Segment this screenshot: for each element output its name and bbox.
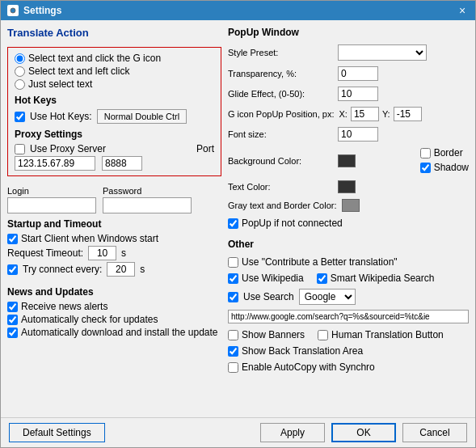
bottom-bar: Default Settings Apply OK Cancel [1, 417, 475, 447]
radio-select-text[interactable] [15, 79, 25, 90]
auto-download-check[interactable] [7, 328, 18, 338]
receive-news-check[interactable] [7, 302, 18, 312]
search-row: Use Search Google [228, 289, 469, 305]
autocopy-row: Enable AutoCopy with Synchro [228, 361, 469, 373]
settings-icon [7, 5, 19, 16]
smart-wikipedia-check[interactable] [317, 273, 327, 284]
request-input[interactable] [88, 246, 116, 260]
show-back-label: Show Back Translation Area [242, 345, 363, 357]
port-input[interactable] [102, 156, 142, 171]
x-input[interactable] [351, 107, 379, 121]
x-label: X: [339, 109, 347, 119]
login-label: Login [7, 186, 96, 196]
use-proxy-check[interactable] [15, 144, 25, 154]
border-check[interactable] [420, 148, 431, 158]
action-buttons: Apply OK Cancel [260, 423, 467, 442]
gray-color-label: Gray text and Border Color: [228, 201, 337, 210]
transparency-input[interactable] [338, 66, 378, 81]
radio-g-icon[interactable] [15, 53, 25, 64]
use-wikipedia-label: Use Wikipedia [242, 273, 304, 284]
shadow-label: Shadow [434, 162, 469, 173]
border-shadow-group: Border Shadow [420, 147, 469, 175]
gray-color-swatch[interactable] [342, 199, 360, 212]
apply-button[interactable]: Apply [260, 423, 325, 442]
use-hotkeys-check[interactable] [15, 112, 25, 122]
radio-option3[interactable]: Just select text [15, 78, 214, 90]
show-banners-check[interactable] [228, 330, 238, 340]
popup-not-connected-check[interactable] [228, 218, 238, 229]
auto-download-label: Automatically download and install the u… [21, 327, 218, 338]
use-search-check[interactable] [228, 292, 238, 302]
y-label: Y: [382, 109, 390, 119]
try-connect-row: Try connect every: s [7, 262, 221, 277]
radio-option2[interactable]: Select text and left click [15, 66, 214, 77]
contribute-row: Use "Contribute a Better translation" [228, 256, 469, 268]
radio-left-click[interactable] [15, 66, 25, 77]
smart-wikipedia-label: Smart Wikipedia Search [331, 273, 435, 284]
style-preset-label: Style Preset: [228, 48, 333, 57]
startup-section: Startup and Timeout Start Client when Wi… [7, 218, 221, 278]
login-row: Login Password [7, 186, 221, 213]
use-search-label: Use Search [243, 291, 294, 302]
ok-button[interactable]: OK [331, 423, 396, 442]
autocopy-check[interactable] [228, 362, 238, 373]
start-client-check[interactable] [7, 234, 18, 244]
hotkeys-preset-button[interactable]: Normal Double Ctrl [97, 109, 187, 124]
settings-window: Settings × Translate Action Select text … [0, 0, 476, 448]
receive-news-row: Receive news alerts [7, 301, 221, 312]
hotkeys-title: Hot Keys [15, 95, 214, 106]
cancel-button[interactable]: Cancel [402, 423, 467, 442]
start-client-label: Start Client when Windows start [21, 233, 158, 244]
hotkeys-row: Use Hot Keys: Normal Double Ctrl [15, 109, 214, 124]
password-field: Password [103, 186, 192, 213]
radio-option1[interactable]: Select text and click the G icon [15, 53, 214, 64]
text-color-swatch[interactable] [338, 180, 356, 193]
glide-label: Glide Effect, (0-50): [228, 89, 333, 99]
startup-title: Startup and Timeout [7, 218, 221, 230]
login-field: Login [7, 186, 96, 213]
bg-color-row: Background Color: Border Shadow [228, 147, 469, 175]
popup-not-connected-label: PopUp if not connected [242, 218, 343, 229]
glide-row: Glide Effect, (0-50): [228, 87, 469, 101]
auto-check-check[interactable] [7, 315, 18, 325]
right-panel: PopUp Window Style Preset: Transparency,… [228, 27, 469, 411]
use-hotkeys-label: Use Hot Keys: [30, 111, 92, 122]
text-color-label: Text Color: [228, 182, 333, 192]
try-connect-check[interactable] [7, 264, 18, 275]
show-back-check[interactable] [228, 346, 238, 357]
radio-left-click-label: Select text and left click [28, 66, 129, 77]
style-preset-row: Style Preset: [228, 44, 469, 61]
radio-select-text-label: Just select text [28, 78, 92, 90]
popup-not-connected-row: PopUp if not connected [228, 218, 469, 229]
glide-input[interactable] [338, 87, 378, 101]
human-translation-check[interactable] [318, 330, 328, 340]
port-label: Port [196, 143, 214, 154]
try-connect-input[interactable] [107, 262, 135, 277]
titlebar: Settings × [1, 1, 475, 20]
other-title: Other [228, 239, 469, 250]
auto-download-row: Automatically download and install the u… [7, 327, 221, 338]
bg-color-label: Background Color: [228, 156, 333, 166]
close-button[interactable]: × [456, 4, 469, 17]
use-wikipedia-check[interactable] [228, 273, 238, 284]
font-label: Font size: [228, 129, 333, 139]
shadow-check[interactable] [420, 163, 431, 173]
request-unit: s [121, 247, 126, 259]
y-input[interactable] [394, 107, 422, 121]
contribute-check[interactable] [228, 257, 238, 268]
bg-color-swatch[interactable] [338, 154, 356, 167]
show-banners-label: Show Banners [242, 329, 305, 340]
font-input[interactable] [338, 127, 378, 142]
search-url-input[interactable] [228, 310, 469, 323]
search-engine-select[interactable]: Google [299, 289, 356, 305]
password-input[interactable] [103, 197, 192, 213]
border-row: Border [420, 147, 469, 158]
ip-input[interactable] [15, 156, 95, 171]
news-section: News and Updates Receive news alerts Aut… [7, 286, 221, 340]
request-timeout-row: Request Timeout: s [7, 246, 221, 260]
default-settings-button[interactable]: Default Settings [9, 423, 105, 442]
login-input[interactable] [7, 197, 96, 213]
request-label: Request Timeout: [7, 247, 83, 259]
style-preset-select[interactable] [338, 44, 427, 61]
gicon-pos-row: G icon PopUp Position, px: X: Y: [228, 107, 469, 121]
